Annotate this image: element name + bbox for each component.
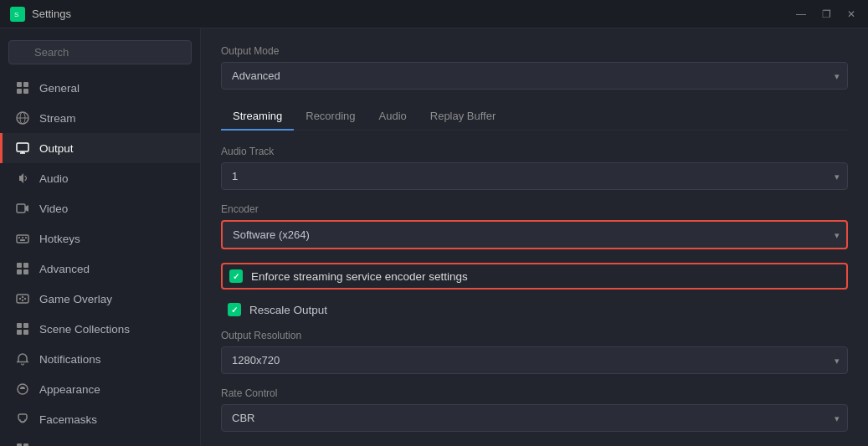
svg-rect-29 [17,330,22,335]
sidebar-item-remote-control[interactable]: Remote Control [0,434,200,446]
sidebar-item-label: Facemasks [39,413,97,426]
content-area: Output Mode Advanced ▾ Streaming Recordi… [201,28,868,446]
sidebar-item-label: Notifications [39,353,101,366]
advanced-icon [14,260,31,277]
window-title: Settings [32,8,794,20]
svg-rect-18 [17,263,22,268]
svg-rect-16 [25,237,27,238]
tab-replay-buffer[interactable]: Replay Buffer [419,103,508,131]
rate-control-dropdown-wrap: CBR ▾ [221,404,848,432]
output-resolution-group: Output Resolution 1280x720 ▾ [221,330,848,374]
sidebar-item-appearance[interactable]: Appearance [0,374,200,404]
sidebar-item-notifications[interactable]: Notifications [0,344,200,374]
sidebar-item-output[interactable]: Output [0,133,200,163]
hotkeys-icon [14,230,31,247]
sidebar-item-game-overlay[interactable]: Game Overlay [0,284,200,314]
notifications-icon [14,351,31,367]
titlebar: S Settings — ❐ ✕ [0,0,868,28]
rescale-output-row[interactable]: ✓ Rescale Output [221,298,848,321]
output-mode-label: Output Mode [221,45,848,57]
encoder-label: Encoder [221,203,848,215]
svg-rect-3 [23,82,28,87]
app-icon: S [10,7,25,22]
facemasks-icon [14,411,31,428]
svg-text:S: S [14,11,18,18]
audio-icon [14,170,31,187]
sidebar-item-facemasks[interactable]: Facemasks [0,404,200,434]
remote-control-icon [14,441,31,446]
svg-point-24 [22,296,23,298]
svg-rect-28 [23,323,28,328]
sidebar-item-video[interactable]: Video [0,193,200,223]
output-resolution-label: Output Resolution [221,330,848,341]
output-resolution-dropdown-wrap: 1280x720 ▾ [221,346,848,374]
svg-rect-19 [23,263,28,268]
sidebar-item-hotkeys[interactable]: Hotkeys [0,223,200,254]
svg-point-26 [22,300,23,301]
svg-rect-27 [17,323,22,328]
svg-rect-21 [23,269,28,274]
rate-control-dropdown[interactable]: CBR [221,404,848,432]
main-layout: 🔍 General [0,28,868,446]
audio-track-group: Audio Track 1 ▾ [221,146,848,190]
stream-icon [14,110,31,126]
search-wrap: 🔍 [0,35,200,73]
svg-rect-9 [17,143,28,151]
audio-track-label: Audio Track [221,146,848,157]
tab-audio[interactable]: Audio [367,103,419,131]
audio-track-dropdown[interactable]: 1 [221,162,848,190]
rate-control-label: Rate Control [221,387,848,399]
svg-point-23 [19,298,21,300]
svg-rect-22 [17,295,28,303]
enforce-encoder-row[interactable]: ✓ Enforce streaming service encoder sett… [221,263,848,290]
appearance-icon [14,381,31,397]
output-mode-dropdown-wrap: Advanced ▾ [221,62,848,90]
rescale-output-label: Rescale Output [249,304,327,316]
svg-rect-12 [17,204,25,213]
svg-rect-13 [17,235,28,243]
encoder-group: Encoder Software (x264) ▾ [221,203,848,249]
sidebar: 🔍 General [0,28,201,446]
search-input[interactable] [8,40,192,64]
svg-rect-20 [17,269,22,274]
output-icon [14,140,31,156]
sidebar-item-audio[interactable]: Audio [0,163,200,193]
sidebar-item-label: General [39,82,80,95]
output-mode-dropdown[interactable]: Advanced [221,62,848,90]
sidebar-item-scene-collections[interactable]: Scene Collections [0,314,200,344]
sidebar-item-advanced[interactable]: Advanced [0,254,200,284]
svg-rect-14 [18,237,20,238]
rate-control-group: Rate Control CBR ▾ [221,387,848,432]
close-button[interactable]: ✕ [845,8,858,20]
enforce-encoder-label: Enforce streaming service encoder settin… [251,270,468,283]
sidebar-item-label: Output [39,142,74,155]
tab-recording[interactable]: Recording [294,103,367,131]
rescale-output-checkbox[interactable]: ✓ [228,303,241,316]
video-icon [14,200,31,217]
checkmark-icon: ✓ [231,305,238,315]
svg-rect-5 [23,89,28,94]
search-container: 🔍 [8,40,192,64]
sidebar-item-general[interactable]: General [0,73,200,103]
tab-streaming[interactable]: Streaming [221,103,294,131]
sidebar-item-label: Advanced [39,263,90,275]
svg-point-25 [24,298,26,300]
sidebar-item-label: Appearance [39,383,100,396]
svg-rect-2 [17,82,22,87]
encoder-dropdown[interactable]: Software (x264) [221,220,848,249]
output-tabs: Streaming Recording Audio Replay Buffer [221,103,848,131]
enforce-encoder-checkbox[interactable]: ✓ [229,269,243,283]
window-controls: — ❐ ✕ [794,8,858,20]
output-resolution-dropdown[interactable]: 1280x720 [221,346,848,374]
minimize-button[interactable]: — [794,8,808,20]
audio-track-dropdown-wrap: 1 ▾ [221,162,848,190]
sidebar-item-label: Scene Collections [39,323,130,336]
output-mode-group: Output Mode Advanced ▾ [221,45,848,90]
sidebar-item-label: Stream [39,112,76,125]
svg-rect-4 [17,89,22,94]
checkmark-icon: ✓ [233,272,239,281]
sidebar-item-stream[interactable]: Stream [0,103,200,133]
encoder-dropdown-wrap: Software (x264) ▾ [221,220,848,249]
maximize-button[interactable]: ❐ [819,8,833,20]
general-icon [14,79,31,96]
